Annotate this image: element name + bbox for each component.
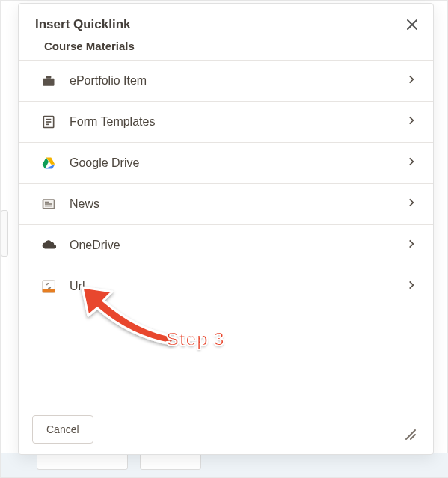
row-news[interactable]: News: [19, 183, 433, 224]
form-icon: [40, 113, 58, 131]
row-form-templates[interactable]: Form Templates: [19, 101, 433, 142]
row-eportfolio-item[interactable]: ePortfolio Item: [19, 60, 433, 101]
svg-rect-0: [43, 79, 55, 86]
resize-handle[interactable]: [403, 427, 418, 442]
dialog-title: Insert Quicklink: [35, 17, 417, 32]
onedrive-icon: [40, 236, 58, 254]
row-label: ePortfolio Item: [70, 74, 406, 88]
svg-line-16: [411, 435, 415, 439]
chevron-right-icon: [406, 156, 417, 170]
row-label: Url: [70, 280, 406, 293]
section-heading: Course Materials: [19, 35, 433, 60]
close-icon: [406, 19, 418, 31]
briefcase-icon: [40, 72, 58, 90]
row-label: Form Templates: [70, 115, 406, 129]
row-google-drive[interactable]: Google Drive: [19, 142, 433, 183]
chevron-right-icon: [406, 74, 417, 88]
row-label: News: [70, 197, 406, 211]
svg-line-15: [406, 430, 415, 439]
dialog-footer: Cancel: [19, 405, 433, 454]
row-url[interactable]: Url: [19, 266, 433, 307]
news-icon: [40, 195, 58, 213]
dialog-header: Insert Quicklink: [19, 4, 433, 35]
dialog-spacer: [19, 307, 433, 405]
cancel-button[interactable]: Cancel: [32, 415, 93, 444]
chevron-right-icon: [406, 239, 417, 252]
background-side-tab: [1, 210, 8, 257]
row-label: Google Drive: [70, 156, 406, 170]
chevron-right-icon: [406, 197, 417, 211]
row-label: OneDrive: [70, 239, 406, 252]
svg-rect-14: [43, 289, 55, 292]
svg-rect-1: [46, 76, 52, 78]
chevron-right-icon: [406, 115, 417, 129]
google-drive-icon: [40, 154, 58, 172]
row-onedrive[interactable]: OneDrive: [19, 224, 433, 266]
insert-quicklink-dialog: Insert Quicklink Course Materials ePortf…: [18, 3, 434, 455]
close-button[interactable]: [402, 14, 423, 35]
resize-icon: [403, 427, 417, 441]
url-icon: [40, 278, 58, 295]
chevron-right-icon: [406, 280, 417, 293]
quicklink-list: ePortfolio Item Form Templates Google Dr…: [19, 60, 433, 307]
